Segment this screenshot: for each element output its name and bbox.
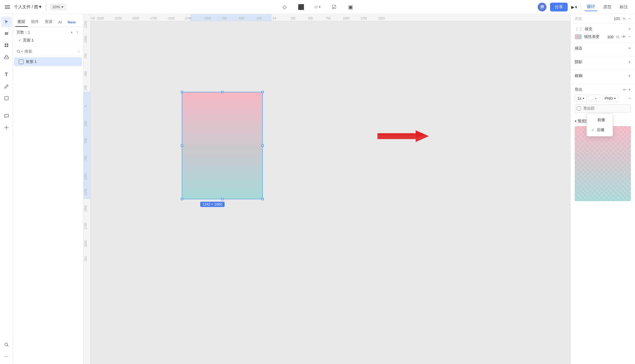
collapse-pages-button[interactable]: ↑ <box>75 29 80 35</box>
export-row-minus[interactable]: − <box>628 96 631 101</box>
tab-layers[interactable]: 图层 <box>15 17 28 27</box>
plugins-tool[interactable] <box>1 122 12 133</box>
page-check-icon: ✓ <box>18 38 21 42</box>
tab-ai[interactable]: AI <box>56 18 64 27</box>
fill-row: 线性渐变 100 % 👁 − <box>575 34 631 39</box>
pages-header-left: 页数：1 <box>16 30 30 35</box>
export-edit-icon[interactable]: ✏ <box>623 87 626 92</box>
handle-tm[interactable] <box>221 91 223 93</box>
comment-tool[interactable] <box>1 111 12 121</box>
suffix-dropdown-menu[interactable]: 前缀 ✓ 后缀 <box>586 113 613 136</box>
tab-assets[interactable]: 资源 <box>42 17 55 27</box>
dropdown-item-prefix[interactable]: 前缀 <box>587 115 613 125</box>
layers-tool[interactable] <box>1 28 12 39</box>
pages-header: 页数：1 + ↑ <box>16 29 80 35</box>
fill-dots-icon[interactable]: ⋮⋮ <box>575 27 583 31</box>
handle-ml[interactable] <box>181 144 183 147</box>
pages-header-actions: + ↑ <box>69 29 80 35</box>
page-item-1[interactable]: ✓ 页面 1 <box>16 36 80 44</box>
tab-annotate[interactable]: 标注 <box>617 3 630 11</box>
minus-btn-top[interactable]: − <box>628 16 631 21</box>
square2-tool[interactable]: ▣ <box>346 2 355 12</box>
export-format-value: PNG <box>605 96 613 101</box>
search-collapse-button[interactable]: ↕ <box>78 49 80 54</box>
svg-point-9 <box>6 127 7 128</box>
export-add-btn[interactable]: + <box>628 87 631 92</box>
tab-components[interactable]: 组件 <box>29 17 41 27</box>
share-button[interactable]: 分享 <box>550 3 568 11</box>
ellipse-tool[interactable]: ○ ▾ <box>313 2 322 12</box>
export-suffix-input[interactable]: ... ▾ <box>589 95 600 102</box>
tab-prototype[interactable]: 原型 <box>601 3 614 11</box>
handle-mr[interactable] <box>261 144 264 147</box>
more-tool[interactable]: ··· <box>1 351 12 362</box>
menu-icon[interactable] <box>5 4 11 10</box>
export-scale-selector[interactable]: 1x ▾ <box>575 95 587 102</box>
value-100: 100 <box>614 16 620 21</box>
add-page-button[interactable]: + <box>69 29 74 35</box>
layers-list: 矩形 1 <box>13 56 83 364</box>
search-dropdown-icon[interactable]: ▾ <box>16 49 23 54</box>
select-tool[interactable] <box>1 16 12 27</box>
ruler-tick-v: -1250 <box>84 21 87 29</box>
ruler-corner <box>83 14 91 21</box>
svg-rect-5 <box>5 46 6 47</box>
handle-tr[interactable] <box>261 91 264 93</box>
breadcrumb[interactable]: 个人文件 / 图▼ <box>14 4 42 10</box>
fill-eye-icon[interactable]: 👁 <box>622 34 626 39</box>
svg-rect-6 <box>7 46 8 47</box>
canvas-area[interactable]: -50 -2500 -2250 -2000 -1750 -1500 -1296 … <box>83 14 570 364</box>
tab-design[interactable]: 设计 <box>584 3 597 11</box>
page-label: 页面 1 <box>23 38 34 43</box>
ruler-tick: -1500 <box>167 17 175 20</box>
ruler-tick-v: 1500 <box>84 205 87 212</box>
layer-item-rect1[interactable]: 矩形 1 <box>14 57 82 66</box>
ruler-vertical: -1250 -1000 -750 -500 -385 0 250 500 750… <box>83 14 91 364</box>
fill-add-btn[interactable]: + <box>628 26 631 32</box>
search-tool[interactable] <box>1 339 12 350</box>
assets-tool[interactable] <box>1 52 12 62</box>
svg-point-10 <box>6 126 7 127</box>
stroke-add-btn[interactable]: + <box>628 46 631 51</box>
text-tool[interactable]: T <box>1 69 12 80</box>
ruler-tick: 1250 <box>360 17 367 20</box>
search-input[interactable] <box>24 49 76 54</box>
ruler-tick-v: 1750 <box>84 223 87 229</box>
pen-tool[interactable] <box>1 81 12 92</box>
handle-tl[interactable] <box>181 91 183 93</box>
ruler-tick-v: -500 <box>84 71 87 77</box>
play-button[interactable]: ▶ ▾ <box>571 5 577 9</box>
export-title: 导出 <box>575 87 582 92</box>
shadow-section: 阴影 + <box>571 56 635 70</box>
checkbox-tool[interactable]: ☑ <box>329 2 339 12</box>
blur-add-btn[interactable]: + <box>628 73 631 79</box>
ruler-tick-v: 750 <box>84 156 87 161</box>
handle-bm[interactable] <box>221 198 223 200</box>
dropdown-item-suffix[interactable]: ✓ 后缀 <box>587 125 613 135</box>
blur-section: 模糊 + <box>571 70 635 84</box>
components-tool[interactable] <box>1 40 12 51</box>
ruler-tick: -2500 <box>96 17 104 20</box>
svg-rect-0 <box>5 32 8 33</box>
shape-rect-1[interactable] <box>182 92 263 199</box>
play-icon: ▶ <box>571 5 574 9</box>
export-format-selector[interactable]: PNG ▾ <box>602 95 618 102</box>
zoom-control[interactable]: 20% ▾ <box>50 4 66 10</box>
fill-opacity-value[interactable]: 100 <box>603 35 614 39</box>
ruler-tick: -2250 <box>114 17 122 20</box>
fill-minus-btn[interactable]: − <box>628 34 631 39</box>
tab-new[interactable]: New <box>65 18 78 27</box>
frame-tool-left[interactable] <box>1 93 12 103</box>
shadow-add-btn[interactable]: + <box>628 59 631 65</box>
ruler-tick-v: 500 <box>84 138 87 143</box>
handle-bl[interactable] <box>181 198 183 200</box>
ruler-tick: 500 <box>308 17 313 20</box>
stroke-section: 描边 + <box>571 43 635 56</box>
fill-color-preview[interactable] <box>575 34 582 39</box>
export-checkbox[interactable] <box>577 106 581 111</box>
handle-br[interactable] <box>261 198 264 200</box>
frame-tool[interactable]: ⬛ <box>296 2 306 12</box>
svg-line-17 <box>19 52 20 53</box>
diamond-tool[interactable]: ◇ <box>280 2 289 12</box>
ruler-tick: -1296 <box>184 17 192 20</box>
